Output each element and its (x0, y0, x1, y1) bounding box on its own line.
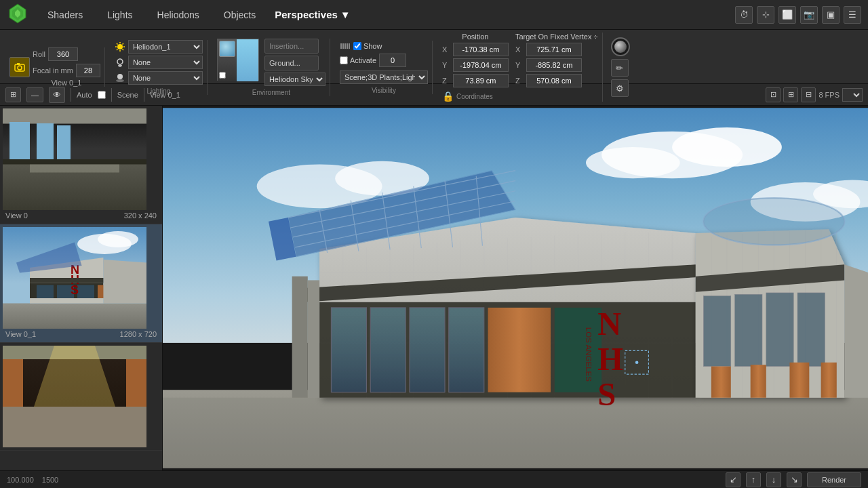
svg-rect-60 (410, 308, 445, 392)
svg-rect-21 (342, 43, 344, 49)
activate-checkbox[interactable] (340, 56, 348, 64)
tgt-x-label: X (515, 45, 524, 54)
menu-objects[interactable]: Objects (218, 7, 261, 23)
toolbar-icon-square[interactable]: ▣ (822, 6, 840, 24)
menu-lights[interactable]: Lights (102, 7, 138, 23)
main-toolbar: Roll Focal in mm View 0_1 (0, 30, 868, 84)
svg-point-19 (117, 74, 123, 79)
menu-perspectives[interactable]: Perspectives ▼ (275, 9, 350, 20)
visibility-scene-select[interactable]: Scene;3D Plants;Light;▼ (340, 70, 428, 84)
svg-rect-105 (292, 277, 308, 398)
pos-z-label: Z (442, 77, 450, 85)
svg-marker-89 (844, 264, 868, 397)
view0-thumbnail[interactable]: View 0 320 x 240 (0, 106, 162, 224)
ground-btn[interactable]: Ground... (264, 56, 319, 70)
shadow-select[interactable]: None (128, 71, 203, 85)
svg-rect-58 (331, 308, 366, 392)
focal-input[interactable] (76, 64, 100, 77)
position-group: Position X Y Z Target On Fixed Vertex ÷ … (438, 33, 603, 102)
activate-value[interactable] (379, 54, 406, 67)
svg-rect-63 (555, 308, 601, 392)
svg-point-79 (703, 198, 844, 245)
status-icon3[interactable]: ↓ (766, 472, 781, 487)
vp-icon3[interactable]: ⊟ (801, 87, 816, 102)
tgt-z-input[interactable] (526, 74, 582, 87)
view01-thumbnail[interactable]: View 0_1 868 x 488 (0, 224, 162, 343)
svg-point-28 (586, 147, 680, 178)
vp-icon1[interactable]: ⊡ (766, 87, 781, 102)
main-viewport: N H S LOS ANGELES (163, 106, 868, 470)
svg-rect-84 (797, 293, 825, 367)
pos-x-input[interactable] (453, 43, 509, 56)
sun-select[interactable]: None (128, 56, 203, 69)
pos-x-label: X (442, 45, 450, 54)
sep2 (111, 88, 112, 102)
toolbar-icon-clock[interactable]: ⏱ (735, 6, 753, 24)
roll-label: Roll (33, 50, 45, 58)
svg-line-14 (117, 49, 118, 50)
perspectives-chevron: ▼ (340, 9, 351, 20)
svg-rect-83 (766, 293, 793, 367)
tgt-y-input[interactable] (526, 58, 582, 72)
settings-icon-btn[interactable]: ⚙ (611, 79, 629, 97)
roll-input[interactable] (48, 47, 78, 61)
svg-rect-5 (17, 63, 20, 65)
toolbar-icon-window[interactable]: ⬜ (778, 6, 796, 24)
svg-line-13 (122, 43, 123, 45)
menu-shaders[interactable]: Shaders (42, 7, 88, 23)
render-btn[interactable]: Render (807, 472, 861, 487)
building-scene-svg: N H S LOS ANGELES (163, 106, 868, 470)
t2-scene-label: Scene (117, 91, 138, 99)
svg-rect-85 (711, 367, 731, 398)
toolbar-icon-camera[interactable]: 📷 (800, 6, 818, 24)
status-left: 100.000 (7, 476, 34, 484)
toolbar-icon-transform[interactable]: ⊹ (757, 6, 774, 24)
pos-z-input[interactable] (453, 74, 509, 87)
view0-dimensions: 320 x 240 (124, 211, 157, 220)
svg-rect-34 (163, 398, 868, 468)
env-checkbox[interactable] (219, 72, 226, 79)
svg-point-6 (117, 44, 123, 49)
view-thumbnails-panel: View 0 320 x 240 View 0_1 868 x 488 (0, 106, 163, 470)
svg-point-18 (116, 79, 124, 82)
status-icon4[interactable]: ↘ (787, 472, 802, 487)
minus-btn[interactable]: — (26, 87, 43, 102)
eye-btn[interactable]: 👁 (49, 87, 65, 103)
position-col: Position X Y Z (442, 33, 509, 87)
env-preview[interactable] (217, 39, 259, 81)
svg-rect-62 (488, 308, 551, 392)
light-icon (115, 57, 125, 68)
pencil-icon-btn[interactable]: ✏ (611, 59, 629, 77)
pos-y-input[interactable] (453, 58, 509, 72)
sphere-icon-btn[interactable] (611, 37, 630, 56)
status-icon2[interactable]: ↑ (746, 472, 761, 487)
svg-rect-22 (344, 43, 346, 49)
status-icon1[interactable]: ↙ (726, 472, 741, 487)
t2-view-label: View 0_1 (150, 91, 180, 99)
fps-select[interactable] (842, 88, 863, 102)
view3-thumbnail[interactable] (0, 343, 162, 451)
layout-btn[interactable]: ⊞ (5, 87, 21, 102)
target-header: Target On Fixed Vertex ÷ (515, 33, 598, 41)
view01-dimensions: 868 x 488 (120, 330, 157, 338)
svg-point-27 (672, 127, 782, 167)
svg-line-12 (122, 49, 123, 50)
camera-icon-btn[interactable] (9, 57, 30, 77)
insertion-btn[interactable]: Insertion... (264, 39, 319, 54)
heliodon-sky-select[interactable]: Heliodon Sky (264, 73, 326, 86)
heliodon-select[interactable]: Heliodon_1 (128, 40, 203, 54)
auto-label: Auto (77, 91, 92, 99)
svg-rect-82 (735, 294, 762, 366)
visibility-icon (340, 41, 351, 52)
status-middle: 1500 (42, 476, 58, 484)
pos-y-label: Y (442, 61, 450, 69)
svg-rect-81 (703, 296, 730, 367)
show-checkbox[interactable] (353, 42, 361, 50)
toolbar-icon-menu[interactable]: ☰ (844, 6, 861, 24)
svg-rect-87 (789, 363, 809, 398)
auto-checkbox[interactable] (98, 91, 106, 99)
vp-icon2[interactable]: ⊞ (783, 87, 798, 102)
menu-heliodons[interactable]: Heliodons (152, 7, 205, 23)
position-header: Position (442, 33, 509, 41)
tgt-x-input[interactable] (526, 43, 582, 56)
